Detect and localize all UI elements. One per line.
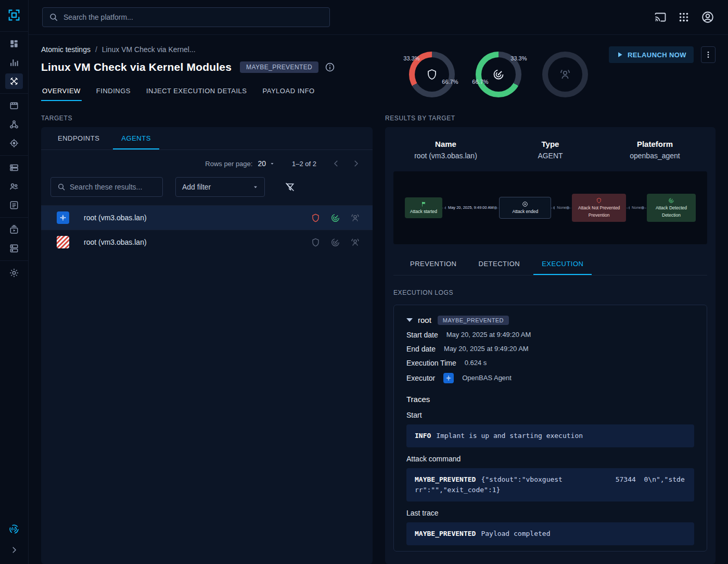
- radar-icon: [492, 68, 505, 81]
- agent-name: root (vm3.obas.lan): [84, 214, 147, 222]
- rows-per-page-select[interactable]: 20: [258, 159, 275, 168]
- info-icon[interactable]: [325, 62, 335, 72]
- shield-icon: [596, 197, 602, 204]
- execution-log-card: root MAYBE_PREVENTED Start date May 20, …: [393, 305, 707, 552]
- more-options-button[interactable]: [701, 46, 716, 63]
- sidebar-item-atomic-testings[interactable]: [5, 73, 23, 89]
- add-filter-select[interactable]: Add filter: [175, 177, 265, 197]
- platform-search-input[interactable]: [63, 13, 323, 21]
- sidebar-item-teams[interactable]: [5, 179, 23, 194]
- openbas-logo[interactable]: [5, 6, 23, 24]
- platform-search[interactable]: [42, 7, 330, 27]
- detection-gauge: 33.3% 66.7%: [476, 52, 521, 97]
- screen-share-icon[interactable]: [654, 11, 667, 23]
- sidebar-item-assets[interactable]: [5, 160, 23, 176]
- targets-section: TARGETS ENDPOINTS AGENTS Rows per page: …: [41, 115, 373, 564]
- rows-per-page-label: Rows per page:: [205, 160, 252, 168]
- search-icon: [57, 183, 66, 191]
- target-type: AGENT: [498, 152, 603, 160]
- sidebar-group-assets: [0, 155, 29, 217]
- agent-status-icons: [310, 237, 360, 247]
- sidebar-item-dashboards[interactable]: [5, 55, 23, 70]
- breadcrumb-atomic-testings[interactable]: Atomic testings: [41, 45, 91, 54]
- timeline-node-prevention[interactable]: Attack Not Prevented Prevention: [572, 194, 626, 222]
- executor-agent-logo: [57, 236, 69, 248]
- tab-agents[interactable]: AGENTS: [113, 127, 159, 149]
- chevron-down-icon: [252, 183, 259, 191]
- sidebar-item-scenarios[interactable]: [5, 117, 23, 132]
- flag-icon: [420, 201, 427, 207]
- sidebar-item-settings[interactable]: [5, 265, 23, 281]
- results-search[interactable]: [50, 177, 163, 197]
- account-icon[interactable]: [701, 10, 714, 24]
- sidebar-item-findings[interactable]: [5, 197, 23, 213]
- tab-payload-info[interactable]: PAYLOAD INFO: [262, 81, 316, 101]
- results-section-title: RESULTS BY TARGET: [385, 115, 716, 122]
- sidebar-item-targets[interactable]: [5, 135, 23, 151]
- targets-panel: ENDPOINTS AGENTS Rows per page: 20 1–2 o…: [41, 127, 373, 564]
- sidebar-group-settings: [0, 260, 29, 285]
- sidebar-item-home[interactable]: [5, 36, 23, 52]
- timeline-node-detection[interactable]: Attack Detected Detection: [647, 194, 696, 222]
- targets-tabs: ENDPOINTS AGENTS: [41, 127, 373, 150]
- pagination-range: 1–2 of 2: [292, 160, 316, 168]
- execution-logs-title: EXECUTION LOGS: [393, 289, 707, 296]
- attack-timeline: Attack started May 20, 2025, 9:49:00 AM …: [393, 171, 707, 244]
- human-response-gauge: [542, 52, 588, 97]
- sidebar: [0, 0, 29, 564]
- name-column-header: Name: [393, 140, 498, 148]
- previous-page-button[interactable]: [329, 156, 343, 171]
- filter-row: Add filter: [41, 174, 373, 205]
- tab-prevention[interactable]: PREVENTION: [402, 253, 465, 275]
- results-search-input[interactable]: [70, 183, 157, 191]
- timeline-node-attack-started[interactable]: Attack started: [405, 197, 442, 218]
- clear-filters-icon[interactable]: [285, 182, 295, 192]
- apps-grid-icon[interactable]: [678, 11, 689, 23]
- prevention-status-icon: [310, 237, 321, 247]
- topbar-icons: [654, 10, 714, 24]
- topbar: [29, 0, 728, 35]
- timeline-node-attack-ended[interactable]: Attack ended: [499, 197, 551, 219]
- play-icon: [616, 51, 623, 58]
- tab-detection[interactable]: DETECTION: [470, 253, 529, 275]
- sidebar-item-integrations[interactable]: [5, 241, 23, 256]
- tab-inject-execution-details[interactable]: INJECT EXECUTION DETAILS: [145, 81, 248, 101]
- log-status-badge: MAYBE_PREVENTED: [438, 316, 509, 325]
- tab-findings[interactable]: FINDINGS: [95, 81, 132, 101]
- log-section-title: Last trace: [406, 509, 694, 517]
- expand-sidebar-button[interactable]: [5, 542, 23, 558]
- shield-icon: [426, 68, 438, 81]
- sidebar-item-payloads[interactable]: [5, 222, 23, 237]
- tab-endpoints[interactable]: ENDPOINTS: [49, 127, 108, 149]
- agent-row[interactable]: root (vm3.obas.lan): [41, 230, 373, 254]
- header-actions: 33.3% 66.7% 33.3% 66.7%: [409, 46, 716, 97]
- prevention-status-icon: [310, 212, 321, 223]
- log-code-block: MAYBE_PREVENTEDPayload completed: [406, 522, 694, 545]
- filigran-logo[interactable]: [5, 521, 23, 537]
- tab-overview[interactable]: OVERVIEW: [41, 81, 82, 101]
- log-agent-name: root: [418, 316, 431, 324]
- breadcrumb-separator: /: [95, 45, 97, 54]
- detection-rest-label: 66.7%: [470, 79, 490, 85]
- sidebar-bottom: [5, 521, 23, 564]
- agent-row[interactable]: root (vm3.obas.lan): [41, 205, 373, 230]
- collapse-caret-icon[interactable]: [406, 318, 413, 322]
- pagination-toolbar: Rows per page: 20 1–2 of 2: [41, 150, 373, 174]
- log-field: Start date May 20, 2025 at 9:49:20 AM: [406, 331, 694, 339]
- detection-status-icon: [330, 237, 340, 247]
- chevron-down-icon: [269, 160, 275, 167]
- relaunch-now-button[interactable]: RELAUNCH NOW: [609, 46, 694, 63]
- sidebar-group-operations: [0, 93, 29, 155]
- sidebar-group-components: [0, 217, 29, 260]
- platform-column-header: Plateform: [603, 140, 707, 148]
- sidebar-item-simulations[interactable]: [5, 98, 23, 114]
- tab-execution[interactable]: EXECUTION: [533, 253, 592, 275]
- next-page-button[interactable]: [349, 156, 363, 171]
- radar-icon: [668, 197, 674, 204]
- prevention-rest-label: 66.7%: [440, 79, 460, 85]
- human-response-status-icon: [350, 237, 360, 247]
- search-icon: [49, 12, 58, 22]
- human-response-status-icon: [350, 212, 360, 223]
- target-name: root (vm3.obas.lan): [393, 152, 498, 160]
- sidebar-group-main: [0, 31, 29, 93]
